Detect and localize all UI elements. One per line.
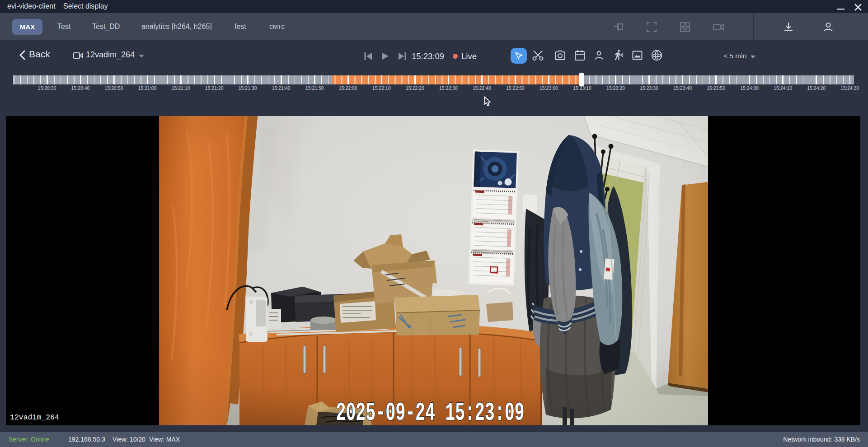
svg-text:2025-09-24 15:23:09: 2025-09-24 15:23:09: [336, 398, 524, 425]
